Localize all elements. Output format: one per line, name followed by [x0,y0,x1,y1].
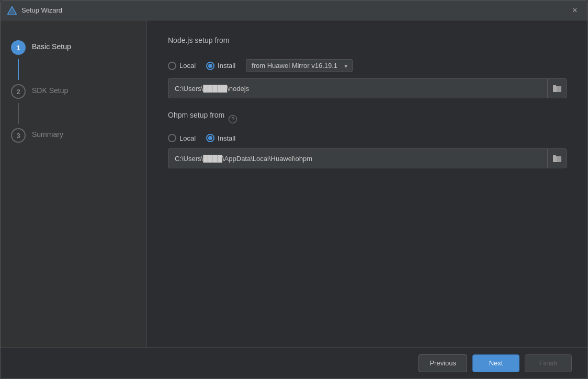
next-button[interactable]: Next [472,354,519,372]
ohpm-section-title: Ohpm setup from [168,111,224,119]
svg-rect-7 [553,155,556,157]
previous-button[interactable]: Previous [419,354,467,372]
nodejs-browse-button[interactable] [547,79,566,98]
ohpm-browse-button[interactable] [547,149,566,168]
nodejs-section-title: Node.js setup from [168,36,230,44]
nodejs-section-title-row: Node.js setup from [168,36,567,53]
nodejs-radio-group: Local Install from Huawei Mirror v16.19.… [168,59,567,72]
nodejs-install-option[interactable]: Install [206,62,235,70]
ohpm-path-input[interactable] [168,151,547,167]
step-2-label: SDK Setup [32,84,68,95]
step-3-label: Summary [32,128,63,139]
ohpm-install-radio[interactable] [206,134,214,142]
step-2-circle: 2 [11,84,26,99]
nodejs-mirror-dropdown[interactable]: from Huawei Mirror v16.19.1 from npm reg… [246,59,353,72]
nodejs-local-option[interactable]: Local [168,62,196,70]
title-bar-text: Setup Wizard [21,6,569,14]
setup-wizard-dialog: Setup Wizard × 1 Basic Setup 2 SDK Setup [0,0,588,379]
nodejs-local-label: Local [179,62,196,70]
title-bar: Setup Wizard × [1,1,587,20]
sidebar-item-summary[interactable]: 3 Summary [1,124,146,147]
svg-rect-4 [553,85,556,87]
nodejs-path-input[interactable] [168,81,547,97]
close-button[interactable]: × [569,4,581,17]
dialog-footer: Previous Next Finish [1,347,587,378]
sidebar: 1 Basic Setup 2 SDK Setup 3 Summary [1,20,147,347]
ohpm-section-title-row: Ohpm setup from ? [168,111,567,128]
ohpm-local-option[interactable]: Local [168,134,196,142]
step-3-circle: 3 [11,128,26,143]
nodejs-install-radio[interactable] [206,62,214,70]
ohpm-install-label: Install [218,134,235,142]
finish-button[interactable]: Finish [525,354,572,372]
main-content: Node.js setup from Local Install from Hu… [147,20,587,347]
nodejs-local-radio[interactable] [168,62,176,70]
ohpm-install-option[interactable]: Install [206,134,235,142]
ohpm-local-label: Local [179,134,196,142]
nodejs-path-container [168,78,567,98]
step-1-circle: 1 [11,40,26,55]
sidebar-item-basic-setup[interactable]: 1 Basic Setup [1,36,146,59]
ohpm-path-container [168,148,567,168]
sidebar-item-sdk-setup[interactable]: 2 SDK Setup [1,80,146,103]
nodejs-install-label: Install [218,62,235,70]
app-logo-icon [7,5,17,16]
ohpm-local-radio[interactable] [168,134,176,142]
ohpm-radio-group: Local Install [168,134,567,142]
step-1-label: Basic Setup [32,40,71,51]
nodejs-mirror-dropdown-container: from Huawei Mirror v16.19.1 from npm reg… [246,59,353,72]
ohpm-help-icon[interactable]: ? [229,115,237,123]
dialog-body: 1 Basic Setup 2 SDK Setup 3 Summary [1,20,587,347]
step-connector-2 [18,103,19,124]
step-connector-1 [18,59,19,80]
